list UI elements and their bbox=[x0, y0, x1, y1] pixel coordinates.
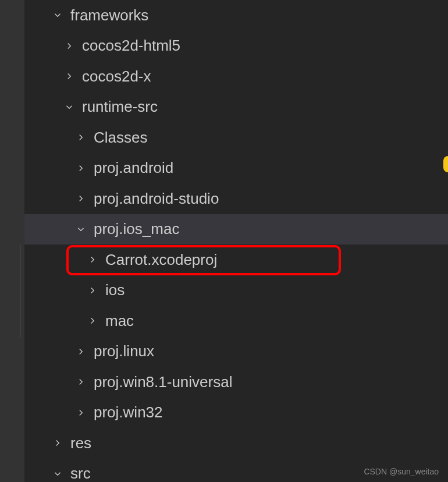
chevron-right-icon bbox=[86, 253, 99, 267]
file-explorer-sidebar: frameworks cocos2d-html5 cocos2d-x runti… bbox=[0, 0, 448, 482]
watermark-text: CSDN @sun_weitao bbox=[364, 467, 439, 476]
tree-folder-proj-android-studio[interactable]: proj.android-studio bbox=[24, 183, 448, 214]
chevron-right-icon bbox=[62, 69, 76, 83]
file-tree: frameworks cocos2d-html5 cocos2d-x runti… bbox=[0, 0, 448, 482]
chevron-right-icon bbox=[74, 406, 88, 420]
tree-label: ios bbox=[105, 281, 125, 299]
chevron-down-icon bbox=[51, 8, 65, 22]
tree-label: src bbox=[70, 465, 91, 482]
tree-label: proj.linux bbox=[94, 342, 154, 360]
chevron-right-icon bbox=[74, 375, 88, 389]
chevron-right-icon bbox=[74, 192, 88, 205]
tree-label: cocos2d-html5 bbox=[82, 37, 180, 55]
chevron-right-icon bbox=[62, 39, 76, 53]
tree-label: proj.ios_mac bbox=[94, 220, 179, 238]
tree-folder-proj-ios-mac[interactable]: proj.ios_mac bbox=[24, 214, 448, 245]
tree-label: proj.android-studio bbox=[94, 190, 219, 208]
tree-label: mac bbox=[105, 312, 134, 330]
tree-folder-cocos2d-html5[interactable]: cocos2d-html5 bbox=[24, 31, 448, 62]
tree-label: runtime-src bbox=[82, 98, 158, 116]
tree-label: Classes bbox=[94, 129, 147, 147]
chevron-right-icon bbox=[86, 314, 99, 328]
tree-folder-res[interactable]: res bbox=[24, 428, 448, 459]
chevron-down-icon bbox=[62, 100, 76, 114]
tree-label: proj.android bbox=[94, 159, 173, 177]
tree-label: proj.win8.1-universal bbox=[94, 373, 232, 391]
chevron-right-icon bbox=[74, 130, 88, 144]
tree-folder-cocos2d-x[interactable]: cocos2d-x bbox=[24, 61, 448, 92]
tree-folder-proj-android[interactable]: proj.android bbox=[24, 153, 448, 184]
tree-label: Carrot.xcodeproj bbox=[105, 251, 217, 269]
tree-label: proj.win32 bbox=[94, 403, 163, 421]
activity-bar-gutter bbox=[0, 0, 24, 482]
tree-folder-classes[interactable]: Classes bbox=[24, 122, 448, 153]
tree-label: cocos2d-x bbox=[82, 68, 151, 86]
chevron-down-icon bbox=[74, 222, 88, 236]
indent-guide bbox=[20, 244, 20, 338]
tree-folder-carrot-xcodeproj[interactable]: Carrot.xcodeproj bbox=[24, 244, 448, 275]
tree-folder-frameworks[interactable]: frameworks bbox=[24, 0, 448, 31]
tree-folder-proj-win81-universal[interactable]: proj.win8.1-universal bbox=[24, 367, 448, 398]
tree-folder-ios[interactable]: ios bbox=[24, 275, 448, 306]
tree-folder-mac[interactable]: mac bbox=[24, 306, 448, 336]
tree-folder-proj-win32[interactable]: proj.win32 bbox=[24, 398, 448, 428]
chevron-down-icon bbox=[51, 467, 65, 481]
chevron-right-icon bbox=[74, 161, 88, 175]
tree-label: res bbox=[70, 434, 91, 452]
tree-label: frameworks bbox=[70, 6, 148, 24]
chevron-right-icon bbox=[51, 436, 65, 450]
tree-folder-runtime-src[interactable]: runtime-src bbox=[24, 92, 448, 123]
chevron-right-icon bbox=[86, 283, 99, 297]
chevron-right-icon bbox=[74, 345, 88, 359]
tree-folder-proj-linux[interactable]: proj.linux bbox=[24, 336, 448, 367]
